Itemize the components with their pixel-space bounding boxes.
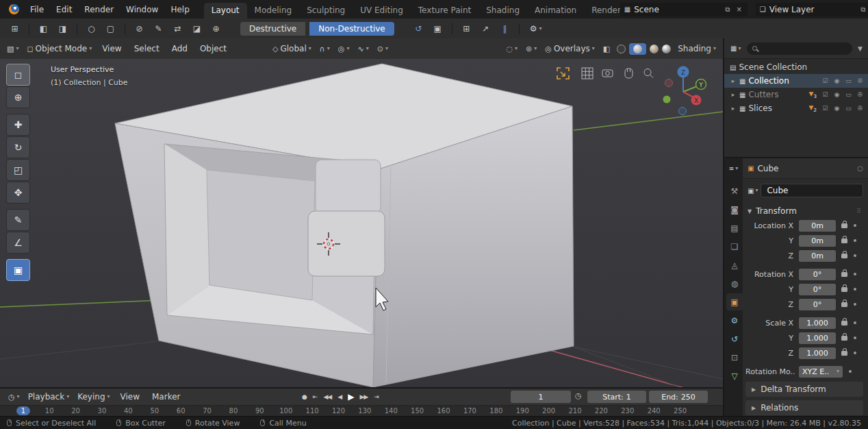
auto-keyframe-icon[interactable]: ◷ xyxy=(575,391,582,400)
frame-number[interactable]: 180 xyxy=(483,407,509,415)
render-disable-icon[interactable]: ✇ xyxy=(856,105,865,112)
shading-rendered-button[interactable] xyxy=(662,45,671,53)
drag-handle-icon[interactable]: ⠿ xyxy=(856,208,861,214)
frame-number[interactable]: 220 xyxy=(588,407,614,415)
collapsed-panel-header[interactable]: ▶ Relations xyxy=(745,400,863,415)
falloff-dropdown[interactable]: ∿ ▾ xyxy=(353,45,372,53)
animate-dot-icon[interactable] xyxy=(854,239,856,242)
animate-dot-icon[interactable] xyxy=(854,224,856,227)
grid-toggle-icon[interactable] xyxy=(582,68,593,79)
exclude-checkbox-icon[interactable]: ☑ xyxy=(821,91,830,98)
value-field[interactable]: 0° xyxy=(799,284,836,295)
frame-number[interactable]: 110 xyxy=(299,407,325,415)
outliner-row[interactable]: ▸ ▦ Slices ▼2 ☑ ◉ ▭ ✇ xyxy=(724,101,868,115)
viewport-menu-item[interactable]: Add xyxy=(166,44,194,53)
snap-icon[interactable]: ▣ xyxy=(430,21,446,36)
lock-icon[interactable] xyxy=(841,272,847,277)
menu-item[interactable]: Render xyxy=(78,5,120,14)
frame-number[interactable]: 240 xyxy=(641,407,667,415)
value-field[interactable]: 1.000 xyxy=(799,347,836,359)
frame-number[interactable]: 100 xyxy=(273,407,299,415)
tool-button[interactable]: ⊕ xyxy=(6,86,30,108)
frame-number[interactable]: 130 xyxy=(352,407,378,415)
workspace-tab[interactable]: Shading xyxy=(478,3,527,19)
viewport-menu-item[interactable]: View xyxy=(96,44,127,53)
menu-item[interactable]: File xyxy=(24,5,50,14)
frame-number[interactable]: 50 xyxy=(142,407,168,415)
expand-icon[interactable]: ▸ xyxy=(730,91,737,98)
lock-icon[interactable] xyxy=(841,254,847,258)
viewport-menu-item[interactable]: Select xyxy=(128,44,166,53)
render-disable-icon[interactable]: ✇ xyxy=(856,91,865,98)
animate-dot-icon[interactable] xyxy=(854,321,856,324)
properties-tab[interactable]: ⚙ xyxy=(726,312,743,329)
frame-ruler[interactable]: 1102030405060708090100110120130140150160… xyxy=(0,405,723,416)
tool-button[interactable]: ✎ xyxy=(6,209,30,231)
workspace-tab[interactable]: Modeling xyxy=(247,3,300,19)
breadcrumb[interactable]: ▣ Cube xyxy=(748,164,778,173)
transport-button[interactable]: ▶▶ xyxy=(357,392,370,402)
frame-number[interactable]: 30 xyxy=(89,407,115,415)
properties-tab[interactable]: ❏ xyxy=(726,238,743,255)
lock-icon[interactable] xyxy=(841,336,847,341)
tool-button[interactable]: ✥ xyxy=(6,182,30,204)
keying-menu[interactable]: Keying ▾ xyxy=(73,392,114,402)
end-frame-field[interactable]: End:250 xyxy=(649,391,708,403)
zoom-region-icon[interactable] xyxy=(557,68,569,79)
frame-number[interactable]: 20 xyxy=(62,407,88,415)
value-field[interactable]: 0m xyxy=(799,235,836,247)
viewport-canvas[interactable]: Z Y X xyxy=(0,59,723,387)
scene-selector[interactable]: ▦ Scene ⧉ × xyxy=(620,3,748,16)
frame-number[interactable]: 210 xyxy=(562,407,588,415)
grease-pencil-icon[interactable]: ◧ xyxy=(36,21,51,36)
outliner-row[interactable]: ▤ Scene Collection ▼ ☑ ◉ ▭ ✇ xyxy=(724,60,868,74)
shading-solid-button[interactable] xyxy=(633,45,642,53)
filter-icon[interactable]: ▼ xyxy=(856,45,865,52)
falloff-circle-icon[interactable]: ○ xyxy=(84,21,99,36)
animate-dot-icon[interactable] xyxy=(854,254,856,257)
transport-button[interactable]: ◀◀ xyxy=(321,392,333,402)
properties-tab[interactable]: ◍ xyxy=(726,275,743,292)
frame-number[interactable]: 120 xyxy=(325,407,351,415)
pin-icon[interactable]: ○ xyxy=(857,164,863,172)
properties-tab[interactable]: ↺ xyxy=(726,330,743,347)
menu-item[interactable]: Help xyxy=(164,5,195,14)
tool-button[interactable]: ✚ xyxy=(6,114,30,136)
frame-number[interactable]: 170 xyxy=(457,407,483,415)
menu-item[interactable]: Edit xyxy=(50,5,78,14)
frame-number[interactable]: 250 xyxy=(667,407,693,415)
timeline-editor-dropdown[interactable]: ◷ ▾ xyxy=(4,393,24,402)
blender-logo-icon[interactable] xyxy=(9,4,19,14)
transport-button[interactable]: ● xyxy=(300,392,309,402)
cube-object[interactable] xyxy=(115,64,574,387)
tool-button[interactable]: ↻ xyxy=(6,136,30,158)
hide-eye-icon[interactable]: ◉ xyxy=(832,77,841,84)
outliner-row[interactable]: ▸ ▦ Cutters ▼3 ☑ ◉ ▭ ✇ xyxy=(724,88,868,101)
value-field[interactable]: 0° xyxy=(799,269,836,280)
xray-toggle[interactable]: ◧ xyxy=(599,45,614,53)
animate-dot-icon[interactable] xyxy=(854,303,856,306)
new-scene-button[interactable]: ⧉ xyxy=(724,5,731,14)
properties-tab[interactable]: ⚒ xyxy=(726,182,743,199)
lock-icon[interactable]: ⊘ xyxy=(131,21,147,36)
outliner-row[interactable]: ▸ ▦ Collection ▼ ☑ ◉ ▭ ✇ xyxy=(724,74,868,88)
collapsed-panel-header[interactable]: ▶ Delta Transform xyxy=(745,382,863,397)
frame-number[interactable]: 190 xyxy=(509,407,535,415)
lock-icon[interactable] xyxy=(841,287,847,292)
overlays-dropdown[interactable]: ◎ Overlays ▾ xyxy=(541,44,599,53)
options-dropdown[interactable]: ⚙ ▾ xyxy=(526,24,546,34)
destructive-button[interactable]: Destructive xyxy=(240,22,305,36)
animate-dot-icon[interactable] xyxy=(854,352,856,354)
hide-eye-icon[interactable]: ◉ xyxy=(832,105,841,112)
undo-icon[interactable]: ↺ xyxy=(411,21,426,36)
shading-material-button[interactable] xyxy=(650,45,659,53)
animate-dot-icon[interactable] xyxy=(854,336,856,339)
frame-number[interactable]: 40 xyxy=(115,407,141,415)
viewport-disable-icon[interactable]: ▭ xyxy=(844,105,853,112)
delete-scene-button[interactable]: × xyxy=(735,5,743,13)
viewport-menu-item[interactable]: Object xyxy=(194,44,233,53)
properties-editor-dropdown[interactable]: ≡ ▾ xyxy=(724,158,743,179)
timeline-menu-item[interactable]: Marker xyxy=(146,392,186,402)
shading-wireframe-button[interactable] xyxy=(617,45,626,53)
value-field[interactable]: 1.000 xyxy=(799,317,836,329)
